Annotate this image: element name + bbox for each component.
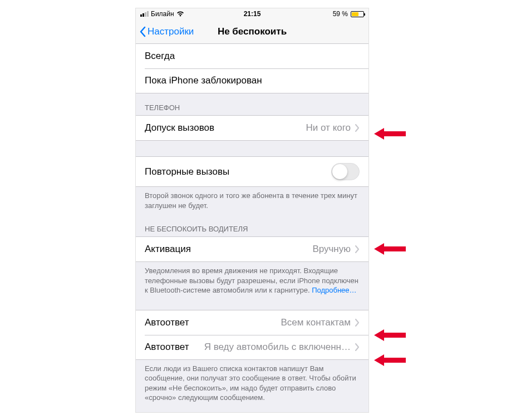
chevron-right-icon <box>355 124 360 132</box>
silence-locked-row[interactable]: Пока iPhone заблокирован <box>136 68 368 93</box>
autoreply-section: Автоответ Всем контактам Автоответ Я вед… <box>136 310 368 407</box>
svg-marker-1 <box>374 243 406 255</box>
cell-label: Допуск вызовов <box>145 122 214 134</box>
autoreply-message-row[interactable]: Автоответ Я веду автомобиль с включенн… <box>136 335 368 359</box>
group-header: ТЕЛЕФОН <box>136 93 368 115</box>
activate-row[interactable]: Активация Вручную <box>136 237 368 261</box>
repeated-section: Повторные вызовы Второй звонок одного и … <box>136 156 368 215</box>
svg-marker-2 <box>374 329 406 341</box>
cell-label: Повторные вызовы <box>145 166 229 177</box>
allow-calls-row[interactable]: Допуск вызовов Ни от кого <box>136 116 368 140</box>
repeated-calls-switch[interactable] <box>331 163 360 180</box>
status-time: 21:15 <box>136 10 368 18</box>
phone-section: ТЕЛЕФОН Допуск вызовов Ни от кого <box>136 93 368 141</box>
cell-detail: Вручную <box>191 244 351 255</box>
back-label: Настройки <box>148 26 194 37</box>
learn-more-link[interactable]: Подробнее… <box>312 286 356 294</box>
group-header: НЕ БЕСПОКОИТЬ ВОДИТЕЛЯ <box>136 215 368 236</box>
group-footer: Второй звонок одного и того же абонента … <box>136 187 368 215</box>
chevron-left-icon <box>139 26 146 37</box>
phone-frame: Билайн 21:15 59 % Настройки Не беспокоит… <box>135 8 369 413</box>
cell-label: Пока iPhone заблокирован <box>145 75 262 86</box>
svg-marker-3 <box>374 354 406 366</box>
cell-detail: Всем контактам <box>189 317 351 328</box>
group-footer: Если люди из Вашего списка контактов нап… <box>136 360 368 407</box>
nav-bar: Настройки Не беспокоить <box>136 19 368 44</box>
annotation-arrow <box>374 126 406 141</box>
group-footer: Уведомления во время движения не приходя… <box>136 262 368 300</box>
battery-icon <box>351 11 364 17</box>
cell-label: Всегда <box>145 51 175 62</box>
repeated-calls-row[interactable]: Повторные вызовы <box>136 157 368 186</box>
cell-label: Автоответ <box>145 317 189 328</box>
autoreply-to-row[interactable]: Автоответ Всем контактам <box>136 310 368 335</box>
annotation-arrow <box>374 241 406 256</box>
chevron-right-icon <box>355 319 360 327</box>
dnd-driving-section: НЕ БЕСПОКОИТЬ ВОДИТЕЛЯ Активация Вручную… <box>136 215 368 300</box>
chevron-right-icon <box>355 245 360 253</box>
chevron-right-icon <box>355 343 360 351</box>
silence-always-row[interactable]: Всегда <box>136 44 368 68</box>
status-bar: Билайн 21:15 59 % <box>136 8 368 19</box>
cell-detail: Ни от кого <box>214 122 351 134</box>
cell-label: Автоответ <box>145 342 189 353</box>
cell-detail: Я веду автомобиль с включенн… <box>194 342 351 353</box>
annotation-arrow <box>374 328 406 343</box>
cell-label: Активация <box>145 244 191 255</box>
silence-group: Всегда Пока iPhone заблокирован <box>136 44 368 93</box>
annotation-arrow <box>374 353 406 368</box>
svg-marker-0 <box>374 128 406 140</box>
back-button[interactable]: Настройки <box>139 26 194 37</box>
